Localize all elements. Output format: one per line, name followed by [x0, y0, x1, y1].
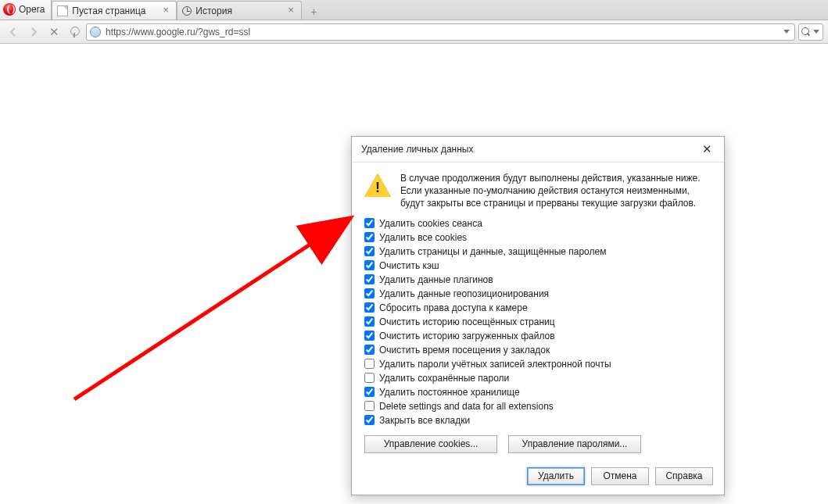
option-label: Delete settings and data for all extensi… — [379, 401, 554, 412]
dialog-close-button[interactable]: ✕ — [696, 141, 718, 157]
option-row[interactable]: Удалить cookies сеанса — [364, 218, 712, 229]
search-icon — [801, 27, 811, 37]
option-row[interactable]: Удалить страницы и данные, защищённые па… — [364, 246, 712, 257]
option-checkbox[interactable] — [364, 359, 375, 369]
manage-passwords-button[interactable]: Управление паролями... — [508, 435, 641, 453]
navigation-toolbar: ✕ — [0, 20, 828, 44]
option-row[interactable]: Удалить пароли учётных записей электронн… — [364, 359, 712, 370]
address-bar[interactable] — [86, 23, 795, 41]
option-label: Удалить страницы и данные, защищённые па… — [379, 246, 606, 257]
back-button[interactable] — [5, 23, 22, 41]
globe-icon — [90, 27, 101, 38]
option-row[interactable]: Удалить все cookies — [364, 232, 712, 243]
new-tab-button[interactable]: + — [305, 4, 322, 20]
option-row[interactable]: Очистить историю загруженных файлов — [364, 331, 712, 341]
close-tab-button[interactable]: × — [285, 5, 296, 16]
option-checkbox[interactable] — [364, 302, 375, 313]
password-manager-button[interactable] — [66, 23, 83, 41]
delete-private-data-dialog: Удаление личных данных ✕ ! В случае прод… — [351, 136, 725, 495]
close-tab-button[interactable]: × — [160, 5, 171, 16]
option-checkbox[interactable] — [364, 415, 375, 425]
tab-blank-page[interactable]: Пустая страница × — [52, 1, 177, 20]
option-checkbox[interactable] — [364, 232, 375, 242]
option-label: Удалить все cookies — [379, 232, 467, 243]
option-label: Удалить данные плагинов — [379, 274, 493, 285]
option-checkbox[interactable] — [364, 316, 375, 327]
option-row[interactable]: Удалить данные плагинов — [364, 274, 712, 285]
warning-icon: ! — [364, 173, 391, 197]
option-label: Очистить кэш — [379, 260, 439, 271]
option-row[interactable]: Delete settings and data for all extensi… — [364, 401, 712, 412]
option-label: Закрыть все вкладки — [379, 415, 470, 426]
page-icon — [57, 5, 68, 16]
stop-reload-button[interactable]: ✕ — [45, 23, 63, 41]
opera-menu-label: Opera — [19, 4, 45, 15]
warning-text: В случае продолжения будут выполнены дей… — [400, 172, 712, 210]
option-row[interactable]: Удалить сохранённые пароли — [364, 373, 712, 384]
address-dropdown-button[interactable] — [782, 23, 791, 41]
opera-menu-button[interactable]: Opera — [0, 0, 52, 20]
option-row[interactable]: Очистить историю посещённых страниц — [364, 316, 712, 327]
option-checkbox[interactable] — [364, 373, 375, 383]
option-checkbox[interactable] — [364, 345, 375, 355]
option-label: Сбросить права доступа к камере — [379, 302, 528, 313]
search-box[interactable] — [798, 23, 823, 41]
forward-button[interactable] — [25, 23, 42, 41]
page-area: Удаление личных данных ✕ ! В случае прод… — [0, 44, 828, 504]
option-checkbox[interactable] — [364, 387, 375, 397]
option-row[interactable]: Очистить кэш — [364, 260, 712, 271]
option-row[interactable]: Удалить постоянное хранилище — [364, 387, 712, 398]
svg-line-0 — [74, 220, 348, 399]
option-checkbox[interactable] — [364, 331, 375, 341]
tab-label: Пустая страница — [72, 5, 156, 16]
help-button[interactable]: Справка — [655, 467, 713, 485]
history-icon — [182, 6, 192, 16]
search-engine-dropdown[interactable] — [812, 23, 820, 41]
option-checkbox[interactable] — [364, 260, 375, 270]
opera-logo-icon — [3, 3, 16, 16]
option-row[interactable]: Закрыть все вкладки — [364, 415, 712, 426]
option-label: Очистить историю посещённых страниц — [379, 316, 555, 327]
option-row[interactable]: Удалить данные геопозиционирования — [364, 288, 712, 299]
option-label: Очистить историю загруженных файлов — [379, 331, 555, 341]
key-icon — [69, 27, 80, 38]
dialog-titlebar: Удаление личных данных ✕ — [352, 137, 724, 163]
option-label: Удалить данные геопозиционирования — [379, 288, 549, 299]
dialog-title: Удаление личных данных — [361, 144, 473, 155]
option-label: Очистить время посещения у закладок — [379, 345, 550, 356]
option-label: Удалить постоянное хранилище — [379, 387, 520, 398]
option-label: Удалить сохранённые пароли — [379, 373, 509, 384]
option-label: Удалить пароли учётных записей электронн… — [379, 359, 611, 370]
option-checkbox[interactable] — [364, 274, 375, 284]
delete-button[interactable]: Удалить — [527, 467, 585, 485]
option-checkbox[interactable] — [364, 246, 375, 256]
options-list: Удалить cookies сеансаУдалить все cookie… — [364, 218, 712, 426]
option-checkbox[interactable] — [364, 218, 375, 228]
option-label: Удалить cookies сеанса — [379, 218, 482, 229]
tab-label: История — [195, 5, 281, 16]
manage-cookies-button[interactable]: Управление cookies... — [364, 435, 497, 453]
option-checkbox[interactable] — [364, 288, 375, 298]
option-row[interactable]: Очистить время посещения у закладок — [364, 345, 712, 356]
url-input[interactable] — [104, 26, 779, 38]
option-checkbox[interactable] — [364, 401, 375, 411]
tab-history[interactable]: История × — [177, 1, 302, 20]
cancel-button[interactable]: Отмена — [591, 467, 649, 485]
option-row[interactable]: Сбросить права доступа к камере — [364, 302, 712, 313]
tab-strip: Opera Пустая страница × История × + — [0, 0, 828, 20]
